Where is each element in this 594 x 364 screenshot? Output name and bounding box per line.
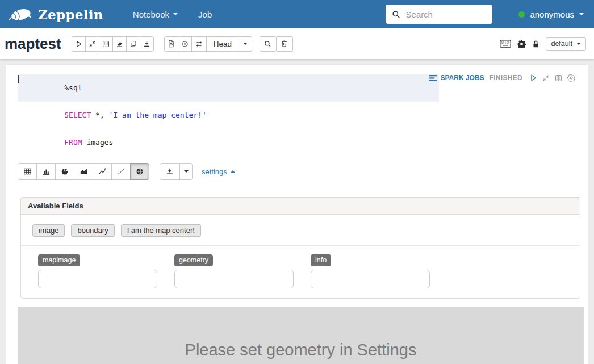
table-icon xyxy=(23,168,32,175)
spark-jobs-label: SPARK JOBS xyxy=(440,74,484,82)
note-content: %sql SELECT *, 'I am the map center!' FR… xyxy=(0,59,594,364)
copy-icon xyxy=(129,40,137,48)
trash-icon xyxy=(281,40,288,48)
field-chip-image[interactable]: image xyxy=(32,224,65,237)
search-input[interactable] xyxy=(404,9,486,20)
code-line: SELECT *, 'I am the map center!' xyxy=(18,102,439,129)
viz-settings-toggle[interactable]: settings xyxy=(202,168,235,176)
export-note-button[interactable] xyxy=(140,36,154,52)
nav-job[interactable]: Job xyxy=(198,10,212,19)
nav-notebook[interactable]: Notebook xyxy=(133,10,178,19)
compress-icon xyxy=(89,40,96,48)
viz-scatter-chart-button[interactable] xyxy=(111,163,131,180)
geometry-zone-label: geometry xyxy=(174,254,213,266)
pie-chart-icon xyxy=(61,168,69,175)
interpreter-label: default xyxy=(551,40,572,48)
note-right-tools: default xyxy=(500,37,586,51)
info-drop-target[interactable] xyxy=(311,270,430,288)
version-control-group: Head xyxy=(164,36,252,52)
top-navbar: Zeppelin Notebook Job anonymous xyxy=(0,0,594,28)
toggle-code-button[interactable] xyxy=(85,36,99,52)
area-chart-icon xyxy=(80,168,88,175)
set-revision-button[interactable] xyxy=(178,36,192,52)
head-version-label[interactable]: Head xyxy=(206,36,239,52)
chevron-up-icon xyxy=(231,170,235,173)
field-chip-map-center[interactable]: I am the map center! xyxy=(121,224,201,237)
toggle-output-button[interactable] xyxy=(99,36,113,52)
user-menu[interactable]: anonymous xyxy=(518,10,584,19)
collapse-paragraph-button[interactable] xyxy=(542,74,550,82)
geometry-drop-target[interactable] xyxy=(174,270,294,288)
file-revision-icon xyxy=(168,40,175,48)
viz-table-button[interactable] xyxy=(18,163,37,180)
zeppelin-brand[interactable]: Zeppelin xyxy=(8,6,103,22)
code-keyword: FROM xyxy=(64,138,82,147)
paragraph-status: FINISHED xyxy=(490,74,522,82)
nav-job-label: Job xyxy=(198,10,212,19)
toggle-editor-button[interactable] xyxy=(555,74,562,82)
commit-button[interactable] xyxy=(164,36,178,52)
chevron-down-icon xyxy=(576,43,581,45)
version-dropdown-button[interactable] xyxy=(239,36,252,52)
connection-status-dot xyxy=(518,11,525,18)
geometry-zone: geometry xyxy=(174,254,311,288)
viz-area-chart-button[interactable] xyxy=(74,163,93,180)
viz-pie-chart-button[interactable] xyxy=(55,163,74,180)
code-keyword: SELECT xyxy=(64,111,91,119)
remove-note-button[interactable] xyxy=(276,36,293,52)
mapimage-zone-label: mapimage xyxy=(38,254,80,266)
eraser-icon xyxy=(116,40,123,48)
code-string: 'I am the map center!' xyxy=(109,111,207,119)
available-fields-row: image boundary I am the map center! xyxy=(21,215,580,246)
note-search-box[interactable] xyxy=(386,5,492,24)
main-nav: Notebook Job xyxy=(133,10,212,19)
nav-notebook-label: Notebook xyxy=(133,10,169,19)
code-editor[interactable]: %sql SELECT *, 'I am the map center!' FR… xyxy=(18,74,439,156)
map-result-panel: Please set geometry in Settings xyxy=(18,307,584,364)
clone-note-button[interactable] xyxy=(126,36,140,52)
viz-settings-panel: Available Fields image boundary I am the… xyxy=(20,197,580,299)
field-chip-boundary[interactable]: boundary xyxy=(71,224,114,237)
head-label: Head xyxy=(214,40,232,48)
map-placeholder-message: Please set geometry in Settings xyxy=(18,307,584,359)
viz-toolbar: settings xyxy=(18,163,588,180)
note-toolbar: maptest Head xyxy=(0,28,594,59)
bar-chart-icon xyxy=(42,168,51,175)
book-icon xyxy=(102,40,110,48)
list-bars-icon xyxy=(429,75,437,81)
run-paragraph-button[interactable] xyxy=(529,74,537,82)
mapimage-zone: mapimage xyxy=(38,254,174,288)
clear-output-button[interactable] xyxy=(112,36,127,52)
info-zone: info xyxy=(311,254,447,288)
paragraph-header: %sql SELECT *, 'I am the map center!' FR… xyxy=(6,65,588,156)
note-title[interactable]: maptest xyxy=(5,35,61,53)
viz-bar-chart-button[interactable] xyxy=(36,163,56,180)
chevron-down-icon xyxy=(173,13,178,15)
permissions-lock-icon[interactable] xyxy=(532,40,539,48)
chevron-down-icon xyxy=(184,170,189,173)
download-options-button[interactable] xyxy=(179,163,193,180)
download-icon xyxy=(166,168,174,175)
code-text: %sql xyxy=(64,83,82,92)
mapimage-drop-target[interactable] xyxy=(38,270,157,288)
run-all-button[interactable] xyxy=(72,36,86,52)
target-icon xyxy=(181,40,189,48)
viz-line-chart-button[interactable] xyxy=(93,163,112,180)
available-fields-header: Available Fields xyxy=(21,198,580,215)
interpreter-binding-gear-icon[interactable] xyxy=(517,40,526,48)
compare-revisions-button[interactable] xyxy=(191,36,207,52)
search-icon xyxy=(264,40,271,48)
username-label: anonymous xyxy=(530,10,574,19)
download-split-button xyxy=(160,163,193,180)
keyboard-shortcuts-icon[interactable] xyxy=(500,40,511,48)
default-interpreter-dropdown[interactable]: default xyxy=(546,37,586,51)
brand-title: Zeppelin xyxy=(38,7,103,22)
search-in-note-button[interactable] xyxy=(260,36,277,52)
globe-icon xyxy=(136,168,144,175)
paragraph-settings-gear-icon[interactable] xyxy=(567,74,575,82)
paragraph-card: %sql SELECT *, 'I am the map center!' FR… xyxy=(6,64,588,364)
spark-jobs-link[interactable]: SPARK JOBS xyxy=(429,74,484,82)
code-text: *, xyxy=(91,111,108,119)
viz-map-button[interactable] xyxy=(130,163,149,180)
download-data-button[interactable] xyxy=(160,163,180,180)
